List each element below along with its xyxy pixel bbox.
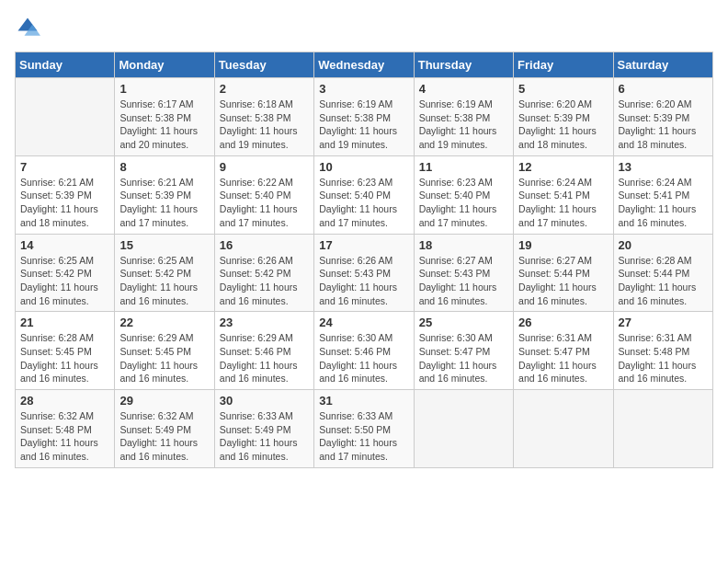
day-number: 25 <box>419 316 508 329</box>
day-info: Sunrise: 6:23 AMSunset: 5:40 PMDaylight:… <box>419 176 508 230</box>
header-monday: Monday <box>115 52 214 78</box>
day-info: Sunrise: 6:30 AMSunset: 5:47 PMDaylight:… <box>419 331 508 385</box>
calendar-cell: 11Sunrise: 6:23 AMSunset: 5:40 PMDayligh… <box>414 155 513 234</box>
day-info: Sunrise: 6:20 AMSunset: 5:39 PMDaylight:… <box>619 98 708 152</box>
calendar-cell: 18Sunrise: 6:27 AMSunset: 5:43 PMDayligh… <box>414 234 513 312</box>
day-info: Sunrise: 6:30 AMSunset: 5:46 PMDaylight:… <box>319 331 408 385</box>
header-sunday: Sunday <box>16 52 115 78</box>
day-info: Sunrise: 6:18 AMSunset: 5:38 PMDaylight:… <box>220 98 309 152</box>
calendar-cell: 7Sunrise: 6:21 AMSunset: 5:39 PMDaylight… <box>16 155 115 234</box>
calendar-cell: 26Sunrise: 6:31 AMSunset: 5:47 PMDayligh… <box>514 312 613 390</box>
calendar-cell <box>613 390 712 468</box>
day-info: Sunrise: 6:31 AMSunset: 5:48 PMDaylight:… <box>619 331 708 385</box>
day-info: Sunrise: 6:25 AMSunset: 5:42 PMDaylight:… <box>20 254 109 308</box>
day-number: 2 <box>220 82 309 96</box>
day-number: 8 <box>119 160 209 174</box>
calendar-cell: 16Sunrise: 6:26 AMSunset: 5:42 PMDayligh… <box>214 234 313 312</box>
calendar-week-2: 7Sunrise: 6:21 AMSunset: 5:39 PMDaylight… <box>16 155 713 234</box>
calendar-cell: 4Sunrise: 6:19 AMSunset: 5:38 PMDaylight… <box>414 78 513 156</box>
day-info: Sunrise: 6:22 AMSunset: 5:40 PMDaylight:… <box>220 176 309 230</box>
logo-icon <box>15 15 40 40</box>
day-info: Sunrise: 6:17 AMSunset: 5:38 PMDaylight:… <box>119 98 209 152</box>
calendar-cell: 8Sunrise: 6:21 AMSunset: 5:39 PMDaylight… <box>115 155 214 234</box>
day-info: Sunrise: 6:19 AMSunset: 5:38 PMDaylight:… <box>319 98 408 152</box>
day-number: 6 <box>619 82 708 96</box>
day-info: Sunrise: 6:21 AMSunset: 5:39 PMDaylight:… <box>20 176 109 230</box>
day-info: Sunrise: 6:29 AMSunset: 5:45 PMDaylight:… <box>119 331 209 385</box>
day-number: 27 <box>619 316 708 329</box>
calendar-week-4: 21Sunrise: 6:28 AMSunset: 5:45 PMDayligh… <box>16 312 713 390</box>
day-info: Sunrise: 6:32 AMSunset: 5:49 PMDaylight:… <box>119 409 209 464</box>
calendar-cell: 1Sunrise: 6:17 AMSunset: 5:38 PMDaylight… <box>115 78 214 156</box>
calendar-cell: 22Sunrise: 6:29 AMSunset: 5:45 PMDayligh… <box>115 312 214 390</box>
header-wednesday: Wednesday <box>314 52 414 78</box>
calendar-cell <box>514 390 613 468</box>
calendar: SundayMondayTuesdayWednesdayThursdayFrid… <box>15 52 713 468</box>
day-number: 5 <box>518 82 608 96</box>
calendar-week-3: 14Sunrise: 6:25 AMSunset: 5:42 PMDayligh… <box>16 234 713 312</box>
day-number: 9 <box>220 160 309 174</box>
day-info: Sunrise: 6:28 AMSunset: 5:45 PMDaylight:… <box>20 331 109 385</box>
calendar-cell <box>16 78 115 156</box>
day-number: 26 <box>518 316 608 329</box>
calendar-cell: 13Sunrise: 6:24 AMSunset: 5:41 PMDayligh… <box>613 155 712 234</box>
day-number: 12 <box>518 160 608 174</box>
day-info: Sunrise: 6:23 AMSunset: 5:40 PMDaylight:… <box>319 176 408 230</box>
day-info: Sunrise: 6:27 AMSunset: 5:43 PMDaylight:… <box>419 254 508 308</box>
day-number: 29 <box>119 394 209 408</box>
day-number: 13 <box>619 160 708 174</box>
calendar-cell: 5Sunrise: 6:20 AMSunset: 5:39 PMDaylight… <box>514 78 613 156</box>
header-saturday: Saturday <box>613 52 712 78</box>
day-number: 30 <box>220 394 309 408</box>
calendar-cell: 29Sunrise: 6:32 AMSunset: 5:49 PMDayligh… <box>115 390 214 468</box>
calendar-cell: 12Sunrise: 6:24 AMSunset: 5:41 PMDayligh… <box>514 155 613 234</box>
calendar-header-row: SundayMondayTuesdayWednesdayThursdayFrid… <box>16 52 713 78</box>
day-number: 15 <box>119 238 209 252</box>
day-info: Sunrise: 6:32 AMSunset: 5:48 PMDaylight:… <box>20 409 109 464</box>
day-info: Sunrise: 6:31 AMSunset: 5:47 PMDaylight:… <box>518 331 608 385</box>
day-number: 19 <box>518 238 608 252</box>
day-number: 23 <box>220 316 309 329</box>
calendar-cell: 25Sunrise: 6:30 AMSunset: 5:47 PMDayligh… <box>414 312 513 390</box>
calendar-cell: 24Sunrise: 6:30 AMSunset: 5:46 PMDayligh… <box>314 312 414 390</box>
day-number: 16 <box>220 238 309 252</box>
logo <box>15 15 44 40</box>
day-number: 28 <box>20 394 109 408</box>
day-number: 11 <box>419 160 508 174</box>
day-info: Sunrise: 6:26 AMSunset: 5:42 PMDaylight:… <box>220 254 309 308</box>
header <box>15 15 713 40</box>
day-info: Sunrise: 6:28 AMSunset: 5:44 PMDaylight:… <box>619 254 708 308</box>
calendar-cell: 20Sunrise: 6:28 AMSunset: 5:44 PMDayligh… <box>613 234 712 312</box>
header-tuesday: Tuesday <box>214 52 313 78</box>
day-info: Sunrise: 6:33 AMSunset: 5:49 PMDaylight:… <box>220 409 309 464</box>
day-info: Sunrise: 6:25 AMSunset: 5:42 PMDaylight:… <box>119 254 209 308</box>
calendar-cell: 30Sunrise: 6:33 AMSunset: 5:49 PMDayligh… <box>214 390 313 468</box>
calendar-cell: 3Sunrise: 6:19 AMSunset: 5:38 PMDaylight… <box>314 78 414 156</box>
day-info: Sunrise: 6:20 AMSunset: 5:39 PMDaylight:… <box>518 98 608 152</box>
day-info: Sunrise: 6:19 AMSunset: 5:38 PMDaylight:… <box>419 98 508 152</box>
header-friday: Friday <box>514 52 613 78</box>
calendar-cell: 9Sunrise: 6:22 AMSunset: 5:40 PMDaylight… <box>214 155 313 234</box>
calendar-cell: 31Sunrise: 6:33 AMSunset: 5:50 PMDayligh… <box>314 390 414 468</box>
day-number: 7 <box>20 160 109 174</box>
day-info: Sunrise: 6:24 AMSunset: 5:41 PMDaylight:… <box>518 176 608 230</box>
day-info: Sunrise: 6:27 AMSunset: 5:44 PMDaylight:… <box>518 254 608 308</box>
calendar-cell: 6Sunrise: 6:20 AMSunset: 5:39 PMDaylight… <box>613 78 712 156</box>
calendar-cell: 28Sunrise: 6:32 AMSunset: 5:48 PMDayligh… <box>16 390 115 468</box>
calendar-cell: 15Sunrise: 6:25 AMSunset: 5:42 PMDayligh… <box>115 234 214 312</box>
calendar-week-1: 1Sunrise: 6:17 AMSunset: 5:38 PMDaylight… <box>16 78 713 156</box>
day-number: 17 <box>319 238 408 252</box>
day-number: 1 <box>119 82 209 96</box>
calendar-cell: 27Sunrise: 6:31 AMSunset: 5:48 PMDayligh… <box>613 312 712 390</box>
day-info: Sunrise: 6:29 AMSunset: 5:46 PMDaylight:… <box>220 331 309 385</box>
header-thursday: Thursday <box>414 52 513 78</box>
calendar-cell: 17Sunrise: 6:26 AMSunset: 5:43 PMDayligh… <box>314 234 414 312</box>
day-number: 20 <box>619 238 708 252</box>
calendar-cell: 14Sunrise: 6:25 AMSunset: 5:42 PMDayligh… <box>16 234 115 312</box>
day-info: Sunrise: 6:21 AMSunset: 5:39 PMDaylight:… <box>119 176 209 230</box>
calendar-cell: 10Sunrise: 6:23 AMSunset: 5:40 PMDayligh… <box>314 155 414 234</box>
day-number: 22 <box>119 316 209 329</box>
day-number: 14 <box>20 238 109 252</box>
day-number: 3 <box>319 82 408 96</box>
day-number: 24 <box>319 316 408 329</box>
